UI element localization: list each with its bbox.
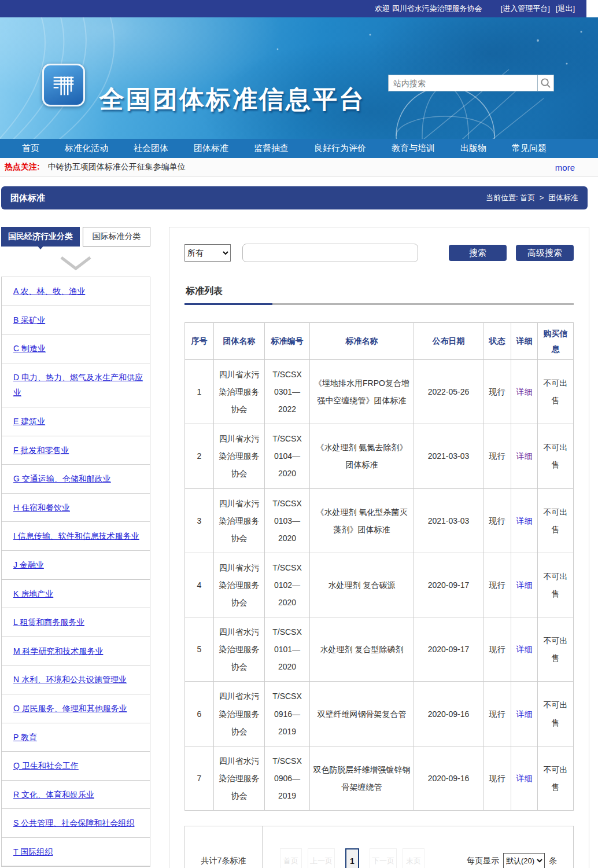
current-page-button[interactable]: 1 xyxy=(345,848,359,868)
category-link[interactable]: B 采矿业 xyxy=(13,315,45,325)
site-search-input[interactable] xyxy=(388,75,537,91)
table-column-header: 状态 xyxy=(483,323,511,360)
cell-detail: 详细 xyxy=(511,488,538,553)
cell-standard-name: 双色防脱层纤维增强镀锌钢骨架缠绕管 xyxy=(310,746,414,810)
cell-status: 现行 xyxy=(483,682,511,746)
search-button[interactable]: 搜索 xyxy=(449,245,507,261)
cell-organization: 四川省水污染治理服务协会 xyxy=(214,746,265,810)
tab-national-economy-classification[interactable]: 国民经济行业分类 xyxy=(1,227,80,247)
cell-purchase-info: 不可出售 xyxy=(538,682,574,746)
category-list-item: N 水利、环境和公共设施管理业 xyxy=(2,665,150,694)
nav-item[interactable]: 教育与培训 xyxy=(392,143,435,154)
category-link[interactable]: M 科学研究和技术服务业 xyxy=(13,646,104,656)
more-link[interactable]: more xyxy=(555,163,575,172)
table-row: 2 四川省水污染治理服务协会 T/SCSX 0104—2020 《水处理剂 氨氮… xyxy=(185,424,574,488)
detail-link[interactable]: 详细 xyxy=(516,451,533,461)
category-link[interactable]: H 住宿和餐饮业 xyxy=(13,503,70,512)
category-link[interactable]: J 金融业 xyxy=(13,560,44,569)
table-row: 1 四川省水污染治理服务协会 T/SCSX 0301—2022 《埋地排水用FR… xyxy=(185,360,574,424)
nav-item[interactable]: 监督抽查 xyxy=(254,143,289,154)
logout-link[interactable]: [退出] xyxy=(556,3,575,14)
category-link[interactable]: R 文化、体育和娱乐业 xyxy=(13,790,94,799)
tab-international-standard-classification[interactable]: 国际标准分类 xyxy=(83,227,150,247)
cell-detail: 详细 xyxy=(511,553,538,617)
advanced-search-button[interactable]: 高级搜索 xyxy=(516,245,574,261)
cell-purchase-info: 不可出售 xyxy=(538,488,574,553)
detail-link[interactable]: 详细 xyxy=(516,774,533,783)
last-page-button[interactable]: 末页 xyxy=(403,848,424,868)
category-link[interactable]: D 电力、热力、燃气及水生产和供应业 xyxy=(13,373,143,398)
topbar-corner xyxy=(586,0,598,17)
category-link[interactable]: L 租赁和商务服务业 xyxy=(13,617,84,627)
category-link[interactable]: K 房地产业 xyxy=(13,589,53,598)
nav-item[interactable]: 标准化活动 xyxy=(65,143,108,154)
category-link[interactable]: T 国际组织 xyxy=(13,847,53,856)
nav-item[interactable]: 良好行为评价 xyxy=(314,143,366,154)
category-list-item: H 住宿和餐饮业 xyxy=(2,494,150,523)
detail-link[interactable]: 详细 xyxy=(516,387,533,396)
prev-page-button[interactable]: 上一页 xyxy=(308,848,335,868)
standards-search-input[interactable] xyxy=(242,244,418,262)
chevron-down-icon xyxy=(60,256,92,271)
category-link[interactable]: O 居民服务、修理和其他服务业 xyxy=(13,704,127,713)
main-nav: 首页 标准化活动 社会团体 团体标准 监督抽查 良好行为评价 教育与培训 出版物… xyxy=(0,139,598,158)
admin-platform-link[interactable]: [进入管理平台] xyxy=(501,3,550,14)
nav-item[interactable]: 团体标准 xyxy=(194,143,228,154)
detail-link[interactable]: 详细 xyxy=(516,516,533,525)
table-column-header: 详细 xyxy=(511,323,538,360)
nav-item[interactable]: 常见问题 xyxy=(512,143,547,154)
breadcrumb-bar: 团体标准 当前位置: 首页 > 团体标准 xyxy=(1,186,588,209)
standards-list-header: 标准列表 xyxy=(184,285,574,305)
site-banner: 全国团体标准信息平台 xyxy=(0,17,598,139)
category-link[interactable]: A 农、林、牧、渔业 xyxy=(13,286,85,296)
cell-publish-date: 2020-09-16 xyxy=(414,682,483,746)
detail-link[interactable]: 详细 xyxy=(516,709,533,719)
category-link[interactable]: Q 卫生和社会工作 xyxy=(13,761,79,770)
category-link[interactable]: N 水利、环境和公共设施管理业 xyxy=(13,675,127,684)
cell-detail: 详细 xyxy=(511,424,538,488)
total-count: 共计7条标准 xyxy=(185,826,263,868)
per-page-label: 每页显示 xyxy=(467,856,499,866)
cell-publish-date: 2020-09-16 xyxy=(414,746,483,810)
table-column-header: 购买信息 xyxy=(538,323,574,360)
hot-topic-headline[interactable]: 中铸协五项团体标准公开征集参编单位 xyxy=(48,162,186,172)
site-search-button[interactable] xyxy=(537,75,554,91)
category-list-item: F 批发和零售业 xyxy=(2,436,150,465)
category-list: A 农、林、牧、渔业 B 采矿业 C 制造业 D 电力、热力、燃气及水生产和供应… xyxy=(1,277,150,867)
table-row: 3 四川省水污染治理服务协会 T/SCSX 0103—2020 《水处理剂 氧化… xyxy=(185,488,574,553)
nav-item[interactable]: 社会团体 xyxy=(134,143,168,154)
nav-item[interactable]: 出版物 xyxy=(460,143,486,154)
category-list-item: I 信息传输、软件和信息技术服务业 xyxy=(2,522,150,551)
breadcrumb-home-link[interactable]: 首页 xyxy=(520,193,535,202)
cell-index: 1 xyxy=(185,360,214,424)
cell-organization: 四川省水污染治理服务协会 xyxy=(214,682,265,746)
cell-purchase-info: 不可出售 xyxy=(538,553,574,617)
category-link[interactable]: F 批发和零售业 xyxy=(13,446,69,455)
breadcrumb-separator: > xyxy=(540,193,544,202)
hot-topics-label: 热点关注: xyxy=(5,162,40,172)
cell-organization: 四川省水污染治理服务协会 xyxy=(214,553,265,617)
category-link[interactable]: I 信息传输、软件和信息技术服务业 xyxy=(13,531,139,540)
cell-standard-name: 水处理剂 复合碳源 xyxy=(310,553,414,617)
category-link[interactable]: E 建筑业 xyxy=(13,417,45,426)
category-list-item: P 教育 xyxy=(2,723,150,752)
per-page-select[interactable]: 默认(20) xyxy=(503,853,545,868)
category-sidebar: 国民经济行业分类 国际标准分类 A 农、林、牧、渔业 B 采矿业 C 制造业 xyxy=(1,227,150,867)
first-page-button[interactable]: 首页 xyxy=(280,848,302,868)
next-page-button[interactable]: 下一页 xyxy=(370,848,397,868)
detail-link[interactable]: 详细 xyxy=(516,580,533,590)
category-list-item: L 租赁和商务服务业 xyxy=(2,608,150,637)
detail-link[interactable]: 详细 xyxy=(516,645,533,654)
site-title: 全国团体标准信息平台 xyxy=(99,83,366,116)
cell-detail: 详细 xyxy=(511,360,538,424)
search-filter-select[interactable]: 所有 xyxy=(184,244,231,262)
category-link[interactable]: S 公共管理、社会保障和社会组织 xyxy=(13,818,134,827)
category-list-item: D 电力、热力、燃气及水生产和供应业 xyxy=(2,363,150,407)
category-link[interactable]: G 交通运输、仓储和邮政业 xyxy=(13,474,111,483)
table-row: 6 四川省水污染治理服务协会 T/SCSX 0916—2019 双壁纤维网钢骨架… xyxy=(185,682,574,746)
category-link[interactable]: C 制造业 xyxy=(13,344,46,353)
nav-item[interactable]: 首页 xyxy=(22,143,39,154)
category-link[interactable]: P 教育 xyxy=(13,733,37,742)
category-list-item: T 国际组织 xyxy=(2,838,150,867)
cell-detail: 详细 xyxy=(511,617,538,682)
